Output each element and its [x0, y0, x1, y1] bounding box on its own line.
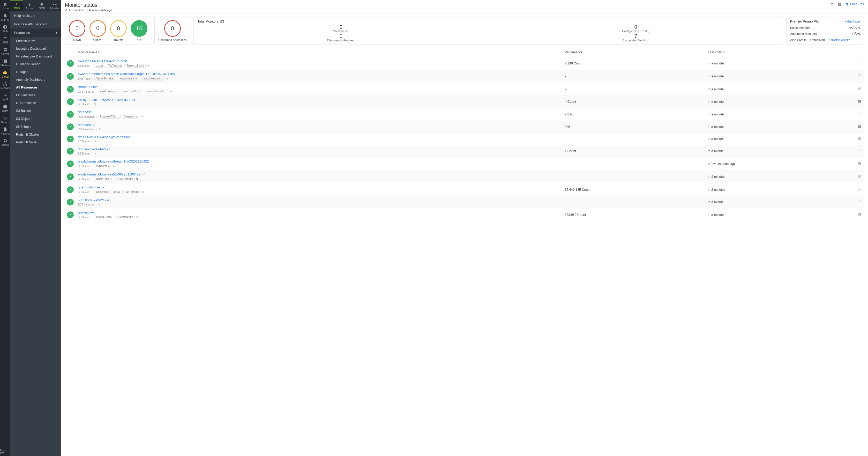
monitor-link[interactable]: elasticbeanstalk-ap-southeast-1-06325119…	[78, 160, 149, 163]
tag-chip[interactable]: elasticbeansta…	[119, 77, 141, 81]
cloudtab-gcp[interactable]: GCP	[36, 0, 49, 11]
lp-section-production[interactable]: Production▾	[10, 28, 61, 37]
totals-maintenance[interactable]: 0Maintenance	[197, 24, 485, 33]
row-menu-icon[interactable]	[857, 112, 862, 116]
row-menu-icon[interactable]	[857, 86, 862, 91]
monitor-link[interactable]: Beandel-env	[78, 85, 97, 89]
monitor-link[interactable]: dms-063251190422-cigx5mghs8pr	[78, 135, 130, 139]
rail-reports[interactable]: Reports	[0, 125, 10, 137]
tag-chip[interactable]: Name:Scoreke…	[94, 77, 117, 81]
tag-chip[interactable]: elasticbeansta…	[98, 89, 120, 93]
tag-chip[interactable]: Creater:Arun	[122, 115, 140, 118]
tag-chip[interactable]: TagTest:true	[117, 177, 134, 181]
lp-sub-guide[interactable]: Guidance Report	[10, 60, 61, 68]
rail-alarms[interactable]: Alarms	[0, 11, 10, 23]
monitor-link[interactable]: elasticbeanstalk-us-east-1-063251190422	[78, 172, 145, 176]
monitor-link[interactable]: database-1	[78, 110, 95, 114]
monitor-link[interactable]: cw-syn-results-063251190422-us-east-1	[78, 98, 138, 102]
rail-cloud[interactable]: Cloud	[0, 68, 10, 80]
row-menu-icon[interactable]	[857, 74, 862, 78]
ring-trouble[interactable]: 0	[110, 20, 127, 37]
totals-configuration-error-s-[interactable]: 0Configuration Error(s)	[492, 24, 779, 33]
monitor-link[interactable]: domainchecksite24x7	[78, 147, 110, 151]
lp-sub-rsn[interactable]: Redshift Node	[10, 139, 61, 146]
tag-chip[interactable]: TagTest:true	[123, 190, 141, 194]
lp-sub-infra[interactable]: Infrastructure Dashboard	[10, 53, 61, 60]
tag-chip[interactable]: simple:and	[94, 190, 110, 194]
tag-chip[interactable]: TestTag:true	[117, 215, 134, 219]
rail-rum[interactable]: RUM	[0, 103, 10, 114]
row-menu-icon[interactable]	[857, 212, 862, 217]
lp-integrate[interactable]: Integrate AWS Account	[10, 20, 61, 28]
col-last-polled[interactable]: Last Polled⇅	[706, 48, 855, 57]
last-updated[interactable]: Last updated a few seconds ago	[65, 8, 112, 12]
lp-sub-out[interactable]: Outages	[10, 68, 61, 76]
anomaly-ring[interactable]: 0	[164, 20, 181, 37]
lp-sub-rsc[interactable]: Redshift Cluster	[10, 131, 61, 139]
rail-metrics[interactable]: Metrics	[0, 114, 10, 125]
lp-sub-ec2[interactable]: EC2 Instance	[10, 91, 61, 99]
row-menu-icon[interactable]	[857, 161, 862, 166]
col-monitor-name[interactable]: Monitor Name⇅	[76, 48, 562, 57]
monitor-link[interactable]: i-06f1bc659ab62c296	[78, 198, 110, 202]
ring-down[interactable]: 0	[69, 20, 85, 37]
monitor-link[interactable]: database-2	[78, 123, 95, 127]
monitor-link[interactable]: guarddutythreads	[78, 185, 104, 189]
col-performance[interactable]: Performance	[562, 48, 706, 57]
lp-sub-s3b[interactable]: S3 Bucket	[10, 107, 61, 115]
cloudtab-azure[interactable]: Azure	[23, 0, 36, 11]
row-menu-icon[interactable]	[857, 136, 862, 141]
ring-critical[interactable]: 0	[90, 20, 106, 37]
rail-apm[interactable]: APM	[0, 34, 10, 46]
info-icon[interactable]	[818, 33, 822, 35]
rail-web[interactable]: Web	[0, 23, 10, 34]
tag-chip[interactable]: TagTest:true	[106, 64, 124, 67]
grid-icon[interactable]	[838, 2, 842, 6]
rail-vmware[interactable]: VMware	[0, 57, 10, 68]
tag-chip[interactable]: aws:cloudform…	[122, 89, 144, 93]
rail-network[interactable]: Network	[0, 80, 10, 91]
add-alert-credits-link[interactable]: + Add Alert Credits	[826, 38, 850, 41]
row-menu-icon[interactable]	[857, 124, 862, 129]
tag-chip[interactable]: Region:virginia	[125, 64, 146, 67]
lp-sub-rds[interactable]: RDS Instance	[10, 99, 61, 107]
tag-chip[interactable]: TagTest:true	[94, 164, 111, 168]
totals-suspended-monitors[interactable]: 7Suspended Monitors	[492, 34, 779, 42]
buy-more-link[interactable]: + Buy More	[845, 20, 860, 23]
row-menu-icon[interactable]	[857, 174, 862, 178]
add-icon[interactable]: +	[55, 117, 57, 121]
tag-chip[interactable]: uptime_site24…	[94, 177, 116, 181]
page-tips-link[interactable]: Page Tips	[845, 2, 864, 6]
rail-server[interactable]: Server	[0, 46, 10, 57]
ring-up[interactable]: 16	[131, 20, 148, 37]
cloudtab-aws[interactable]: AWS	[10, 0, 23, 11]
lp-help[interactable]: Help Assistant	[10, 11, 61, 20]
lp-sub-s3o[interactable]: S3 Object+	[10, 115, 61, 123]
monitor-link[interactable]: testvpcaws	[78, 210, 94, 214]
cloudtab-alibaba[interactable]: Alibaba	[48, 0, 61, 11]
row-menu-icon[interactable]	[857, 99, 862, 104]
rail-admin[interactable]: Admin	[0, 137, 10, 148]
tag-chip[interactable]: elasticbeansta…	[143, 77, 165, 81]
filter-icon[interactable]	[830, 2, 834, 6]
info-icon[interactable]	[812, 27, 815, 29]
totals-discovery-in-progress[interactable]: 0Discovery in Progress	[197, 34, 485, 42]
lp-sub-inv[interactable]: Inventory Dashboard	[10, 45, 61, 53]
rail-home[interactable]: Home	[0, 0, 10, 11]
monitor-link[interactable]: aws-logs-063251190422-us-east-1	[78, 59, 130, 63]
tag-chip[interactable]: Testing:Replic…	[94, 215, 116, 219]
rail-aws[interactable]: AWS	[0, 91, 10, 103]
row-menu-icon[interactable]	[857, 200, 862, 204]
row-menu-icon[interactable]	[857, 61, 862, 65]
monitor-link[interactable]: awseb-e-fcemzmmris-stack-NotificationTop…	[78, 72, 175, 76]
row-menu-icon[interactable]	[857, 187, 862, 192]
tag-chip[interactable]: aws:autoscalin…	[146, 89, 168, 93]
lp-sub-sns[interactable]: SNS Topic	[10, 123, 61, 131]
tag-chip[interactable]: sth:ree	[94, 64, 105, 67]
lp-sub-svc[interactable]: Service View	[10, 37, 61, 45]
tag-chip[interactable]: tag:val	[111, 190, 122, 194]
lp-sub-anom[interactable]: Anomaly Dashboard	[10, 76, 61, 84]
lp-sub-all[interactable]: All Resources	[10, 84, 61, 91]
tag-chip[interactable]: Purpose:ITAut…	[98, 115, 121, 118]
row-menu-icon[interactable]	[857, 148, 862, 153]
